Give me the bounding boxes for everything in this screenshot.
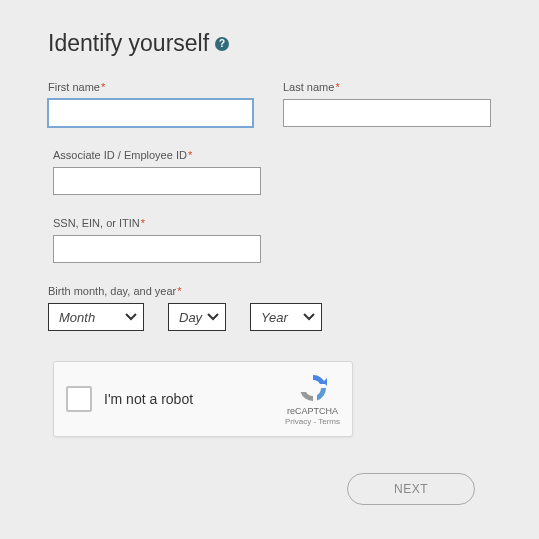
- required-marker: *: [101, 81, 105, 93]
- recaptcha-logo-icon: [297, 372, 329, 404]
- recaptcha-widget: I'm not a robot reCAPTCHA Privacy - Term…: [53, 361, 353, 437]
- birth-day-select[interactable]: Day: [168, 303, 226, 331]
- last-name-input[interactable]: [283, 99, 491, 127]
- required-marker: *: [335, 81, 339, 93]
- birth-label: Birth month, day, and year*: [48, 285, 491, 297]
- first-name-label: First name*: [48, 81, 253, 93]
- associate-id-label: Associate ID / Employee ID*: [53, 149, 491, 161]
- required-marker: *: [177, 285, 181, 297]
- recaptcha-brand: reCAPTCHA: [287, 406, 338, 416]
- chevron-down-icon: [303, 313, 315, 321]
- chevron-down-icon: [207, 313, 219, 321]
- next-button[interactable]: NEXT: [347, 473, 475, 505]
- required-marker: *: [188, 149, 192, 161]
- last-name-label: Last name*: [283, 81, 491, 93]
- birth-month-select[interactable]: Month: [48, 303, 144, 331]
- ssn-label: SSN, EIN, or ITIN*: [53, 217, 491, 229]
- page-title: Identify yourself: [48, 30, 209, 57]
- first-name-input[interactable]: [48, 99, 253, 127]
- recaptcha-checkbox[interactable]: [66, 386, 92, 412]
- help-icon[interactable]: ?: [215, 37, 229, 51]
- recaptcha-links[interactable]: Privacy - Terms: [285, 417, 340, 426]
- associate-id-input[interactable]: [53, 167, 261, 195]
- svg-marker-0: [323, 378, 327, 386]
- chevron-down-icon: [125, 313, 137, 321]
- required-marker: *: [141, 217, 145, 229]
- birth-year-select[interactable]: Year: [250, 303, 322, 331]
- recaptcha-label: I'm not a robot: [104, 391, 285, 407]
- ssn-input[interactable]: [53, 235, 261, 263]
